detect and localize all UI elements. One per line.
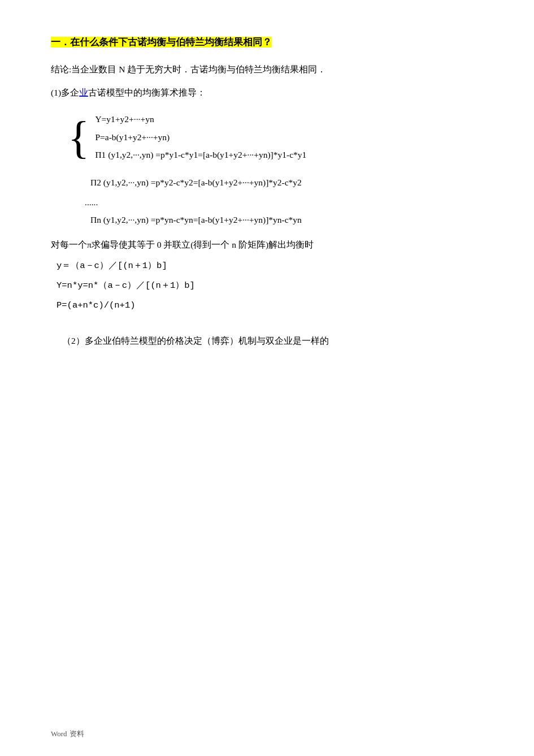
subsection1-underline: 业 <box>79 88 88 97</box>
brace-line-3: Π1 (y1,y2,···,yn) =p*y1-c*y1=[a-b(y1+y2+… <box>95 146 306 163</box>
derivative-body: 对每一个π求偏导使其等于 0 并联立(得到一个 n 阶矩阵)解出均衡时 <box>51 240 314 249</box>
derivative-text: 对每一个π求偏导使其等于 0 并联立(得到一个 n 阶矩阵)解出均衡时 <box>51 236 483 253</box>
eq-y-equilibrium: y＝（a－c）／[(n＋1）b] <box>57 257 483 275</box>
subsection1-text-after: 古诺模型中的均衡算术推导： <box>88 88 206 97</box>
formula-pin-row: Πn (y1,y2,···,yn) =p*yn-c*yn=[a-b(y1+y2+… <box>90 211 483 228</box>
subsection2-text: （2）多企业伯特兰模型的价格决定（博弈）机制与双企业是一样的 <box>62 332 483 349</box>
title-text: 一．在什么条件下古诺均衡与伯特兰均衡结果相同？ <box>51 37 272 47</box>
conclusion-text: 结论:当企业数目 N 趋于无穷大时．古诺均衡与伯特兰均衡结果相同． <box>51 62 483 77</box>
brace-symbol: { <box>68 109 89 165</box>
brace-block: { Y=y1+y2+···+yn P=a-b(y1+y2+···+yn) Π1 … <box>68 109 483 165</box>
subsection2-block: （2）多企业伯特兰模型的价格决定（博弈）机制与双企业是一样的 <box>51 332 483 349</box>
formula-pi2-row: Π2 (y1,y2,···,yn) =p*y2-c*y2=[a-b(y1+y2+… <box>90 174 483 191</box>
brace-line-1: Y=y1+y2+···+yn <box>95 111 306 127</box>
eq-p-demand: P=a-b(y1+y2+···+yn) <box>95 132 170 142</box>
eq-pin: Πn (y1,y2,···,yn) =p*yn-c*yn=[a-b(y1+y2+… <box>90 215 302 224</box>
footer-resource-label: 资料 <box>70 729 84 739</box>
footer: Word 资料 <box>51 729 84 739</box>
eq1-text: y＝（a－c）／[(n＋1）b] <box>57 261 167 271</box>
eq-y-sum: Y=y1+y2+···+yn <box>95 114 154 124</box>
eq3-text: P=(a+n*c)/(n+1) <box>57 300 136 310</box>
subsection2-body: （2）多企业伯特兰模型的价格决定（博弈）机制与双企业是一样的 <box>62 336 329 345</box>
title-row: 一．在什么条件下古诺均衡与伯特兰均衡结果相同？ <box>51 34 483 51</box>
page: 一．在什么条件下古诺均衡与伯特兰均衡结果相同？ 结论:当企业数目 N 趋于无穷大… <box>0 0 534 756</box>
dots-symbol: ...... <box>85 197 98 207</box>
title-main: 在什么条件下古诺均衡与伯特兰均衡结果相同？ <box>70 37 272 47</box>
eq-P-equilibrium: P=(a+n*c)/(n+1) <box>57 297 483 314</box>
dots-row: ...... <box>85 193 483 211</box>
footer-word-label: Word <box>51 729 67 738</box>
conclusion-body: 结论:当企业数目 N 趋于无穷大时．古诺均衡与伯特兰均衡结果相同． <box>51 64 326 74</box>
brace-equations: Y=y1+y2+···+yn P=a-b(y1+y2+···+yn) Π1 (y… <box>95 109 306 165</box>
eq-Y-equilibrium: Y=n*y=n*（a－c）／[(n＋1）b] <box>57 277 483 295</box>
eq-pi1: Π1 (y1,y2,···,yn) =p*y1-c*y1=[a-b(y1+y2+… <box>95 150 306 159</box>
eq2-text: Y=n*y=n*（a－c）／[(n＋1）b] <box>57 280 195 291</box>
eq-pi2: Π2 (y1,y2,···,yn) =p*y2-c*y2=[a-b(y1+y2+… <box>90 178 302 187</box>
brace-line-2: P=a-b(y1+y2+···+yn) <box>95 129 306 145</box>
subsection1-text-before: (1)多企 <box>51 88 79 97</box>
title-prefix: 一． <box>51 37 70 47</box>
subsection1-label: (1)多企业古诺模型中的均衡算术推导： <box>51 85 483 101</box>
